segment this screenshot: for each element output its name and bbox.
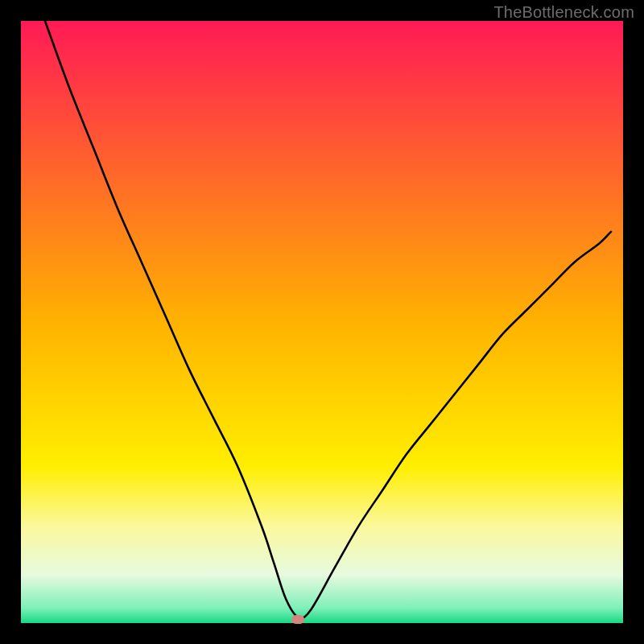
bottleneck-chart (0, 0, 644, 644)
watermark-text: TheBottleneck.com (493, 3, 634, 22)
optimal-marker (291, 615, 304, 624)
chart-container: TheBottleneck.com (0, 0, 644, 644)
plot-background (21, 21, 623, 623)
